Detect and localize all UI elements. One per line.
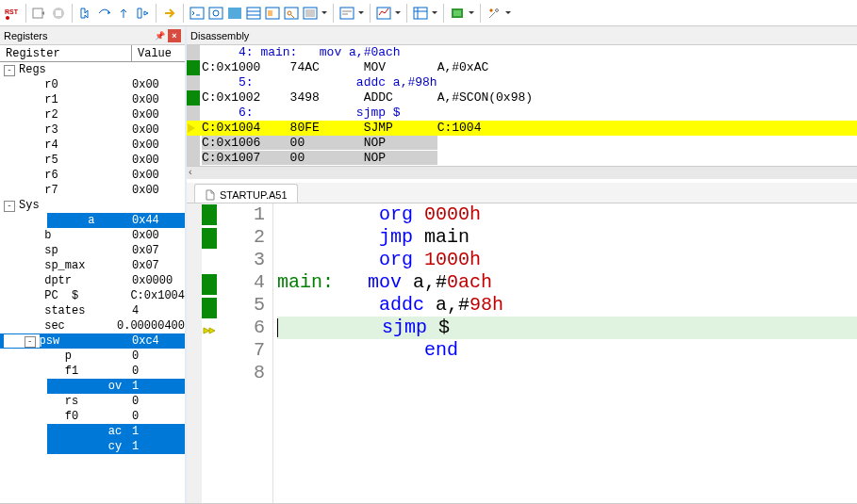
register-row[interactable]: -psw0xc4 <box>0 333 185 349</box>
gutter-marker <box>187 75 200 90</box>
register-col-header[interactable]: Register <box>0 45 132 61</box>
line-number: 5 <box>217 294 265 317</box>
disasm-row[interactable]: C:0x1007 00 NOP <box>187 151 857 166</box>
gutter-marker <box>187 151 200 166</box>
symbols-window-icon[interactable] <box>226 5 243 22</box>
disasm-row[interactable]: 4: main: mov a,#0ach <box>187 45 857 60</box>
register-tree[interactable]: -Regs r00x00 r10x00 r20x00 r30x00 r40x00… <box>0 62 185 503</box>
watch-window-icon[interactable] <box>283 5 300 22</box>
gutter-marker <box>187 136 200 151</box>
breakpoint-marker[interactable] <box>202 228 217 249</box>
stop-icon[interactable] <box>50 5 67 22</box>
svg-rect-2 <box>33 8 42 18</box>
breakpoint-marker[interactable] <box>202 274 217 295</box>
source-line[interactable]: org 0000h <box>277 203 857 226</box>
tab-startup[interactable]: STARTUP.A51 <box>194 184 298 203</box>
value-col-header[interactable]: Value <box>132 45 185 61</box>
register-row[interactable]: p0 <box>0 349 185 364</box>
trace-dropdown[interactable] <box>431 11 438 14</box>
disasm-row[interactable]: C:0x1004 80FE SJMP C:1004 <box>187 121 857 136</box>
register-row[interactable]: a0x44 <box>0 213 185 228</box>
register-row[interactable]: PC $C:0x1004 <box>0 288 185 303</box>
register-row[interactable]: r00x00 <box>0 77 185 92</box>
register-row[interactable]: cy1 <box>0 439 185 454</box>
trace-window-icon[interactable] <box>412 5 429 22</box>
disasm-row[interactable]: C:0x1006 00 NOP <box>187 136 857 151</box>
line-number: 2 <box>217 226 265 249</box>
tools-dropdown[interactable] <box>504 11 512 14</box>
run-to-cursor-icon[interactable] <box>134 5 151 22</box>
breakpoint-marker[interactable] <box>202 298 217 318</box>
source-line[interactable]: end <box>277 339 857 362</box>
register-row[interactable]: r20x00 <box>0 107 185 122</box>
analysis-window-dropdown[interactable] <box>394 11 402 14</box>
register-row[interactable]: rs0 <box>0 394 185 409</box>
system-viewer-icon[interactable] <box>449 5 466 22</box>
step-into-icon[interactable] <box>77 5 94 22</box>
disassembly-title: Disassembly <box>190 30 249 41</box>
current-line-marker <box>202 320 217 341</box>
register-row[interactable]: f10 <box>0 364 185 379</box>
register-row[interactable]: r70x00 <box>0 183 185 198</box>
command-window-icon[interactable] <box>189 5 206 22</box>
register-row[interactable]: f00 <box>0 409 185 424</box>
register-row[interactable]: dptr0x0000 <box>0 273 185 288</box>
gutter-marker <box>187 121 200 136</box>
svg-point-1 <box>6 16 9 20</box>
close-icon[interactable]: × <box>168 29 181 42</box>
svg-point-13 <box>288 11 291 15</box>
register-row[interactable]: states4 <box>0 303 185 318</box>
register-row[interactable]: -Sys <box>0 198 185 213</box>
register-row[interactable]: ac1 <box>0 424 185 439</box>
register-row[interactable]: ov1 <box>0 379 185 394</box>
expand-icon[interactable]: - <box>4 65 15 76</box>
source-line[interactable] <box>277 362 857 384</box>
run-icon[interactable] <box>31 5 48 22</box>
expand-icon[interactable]: - <box>4 201 15 212</box>
horizontal-scrollbar[interactable] <box>187 166 857 179</box>
register-row[interactable]: r30x00 <box>0 122 185 138</box>
tools-icon[interactable] <box>486 5 503 22</box>
disasm-row[interactable]: C:0x1002 3498 ADDC A,#SCON(0x98) <box>187 90 857 106</box>
register-row[interactable]: r10x00 <box>0 92 185 107</box>
disassembly-view[interactable]: 4: main: mov a,#0ach C:0x1000 74AC MOV A… <box>187 45 857 166</box>
disasm-row[interactable]: C:0x1000 74AC MOV A,#0xAC <box>187 60 857 75</box>
step-out-icon[interactable] <box>115 5 132 22</box>
analysis-window-icon[interactable] <box>375 5 392 22</box>
reset-icon[interactable]: RST <box>4 5 21 22</box>
line-number: 8 <box>217 362 265 384</box>
disasm-row[interactable]: 6: sjmp $ <box>187 106 857 121</box>
memory-window-dropdown[interactable] <box>321 11 328 14</box>
line-number: 6 <box>217 317 265 339</box>
register-row[interactable]: sp_max0x07 <box>0 258 185 273</box>
callstack-window-icon[interactable] <box>264 5 281 22</box>
source-editor[interactable]: 12345678 org 0000h jmp main org 1000hmai… <box>187 203 857 503</box>
register-row[interactable]: r60x00 <box>0 168 185 183</box>
pin-icon[interactable]: 📌 <box>153 29 166 42</box>
breakpoint-marker[interactable] <box>202 204 217 225</box>
register-row[interactable]: sec0.00000400 <box>0 318 185 333</box>
system-viewer-dropdown[interactable] <box>468 11 475 14</box>
disasm-window-icon[interactable] <box>207 5 224 22</box>
source-line[interactable]: sjmp $ <box>277 317 857 339</box>
disasm-row[interactable]: 5: addc a,#98h <box>187 75 857 90</box>
register-row[interactable]: r50x00 <box>0 153 185 168</box>
serial-window-dropdown[interactable] <box>357 11 365 14</box>
register-row[interactable]: r40x00 <box>0 138 185 153</box>
register-row[interactable]: -Regs <box>0 62 185 77</box>
register-row[interactable]: sp0x07 <box>0 243 185 258</box>
register-row[interactable]: b0x00 <box>0 228 185 243</box>
memory-window-icon[interactable] <box>302 5 319 22</box>
source-line[interactable]: org 1000h <box>277 249 857 271</box>
tab-label: STARTUP.A51 <box>220 189 288 201</box>
source-line[interactable]: main: mov a,#0ach <box>277 271 857 294</box>
step-over-icon[interactable] <box>96 5 113 22</box>
source-line[interactable]: addc a,#98h <box>277 294 857 317</box>
expand-icon[interactable]: - <box>25 336 36 348</box>
file-icon <box>205 189 216 201</box>
registers-window-icon[interactable] <box>245 5 262 22</box>
serial-window-icon[interactable] <box>338 5 355 22</box>
source-line[interactable]: jmp main <box>277 226 857 249</box>
show-next-icon[interactable] <box>161 5 178 22</box>
svg-rect-18 <box>414 8 427 19</box>
